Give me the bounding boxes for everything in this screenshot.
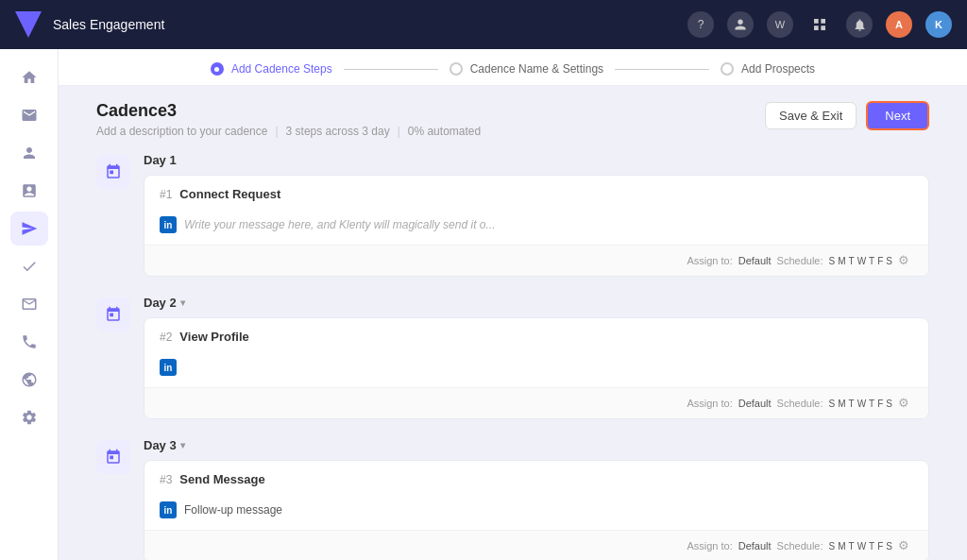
avatar-k[interactable]: K	[925, 11, 952, 38]
day-2-content: Day 2 ▾ #2 View Profile in Assign to:	[144, 296, 929, 419]
cadence-title: Cadence3	[96, 101, 481, 121]
nav-actions: ? W A K	[687, 11, 952, 38]
linkedin-icon-2: in	[160, 359, 177, 376]
logo-icon	[15, 11, 42, 38]
day-1-step-header: #1 Connect Request	[144, 176, 928, 209]
sidebar-item-contacts[interactable]	[10, 136, 48, 170]
cadence-automation: 0% automated	[408, 125, 481, 138]
sidebar	[0, 49, 59, 560]
day-3-step-header: #3 Send Message	[144, 461, 928, 494]
sched-m1: M	[838, 256, 845, 266]
sidebar-item-inbox[interactable]	[10, 98, 48, 132]
cadence-stats: 3 steps across 3 day	[286, 125, 390, 138]
separator-1: |	[275, 125, 278, 138]
step-circle-3	[721, 62, 734, 76]
linkedin-icon-1: in	[160, 216, 177, 233]
save-exit-button[interactable]: Save & Exit	[765, 102, 857, 129]
assign-to-value-3: Default	[738, 540, 772, 552]
top-navigation: Sales Engagement ? W A K	[0, 0, 967, 49]
cadence-actions: Save & Exit Next	[765, 101, 929, 130]
sched-s1: S	[829, 256, 836, 266]
sched-t2: T	[869, 256, 874, 266]
assign-to-value-1: Default	[738, 255, 772, 266]
step-label-3: Add Prospects	[741, 62, 815, 76]
day-1-label: Day 1	[144, 153, 929, 167]
user-icon[interactable]	[727, 11, 754, 38]
sidebar-item-tasks[interactable]	[10, 249, 48, 283]
day-1-step-body[interactable]: in Write your message here, and Klenty w…	[144, 209, 928, 245]
nav-brand: Sales Engagement	[15, 11, 164, 38]
schedule-label-2: Schedule:	[777, 398, 823, 409]
assign-to-label-1: Assign to:	[687, 255, 732, 266]
workspace-icon[interactable]: W	[767, 11, 793, 38]
schedule-label-1: Schedule:	[777, 255, 823, 266]
step-line-2	[615, 69, 709, 70]
step-circle-1	[211, 62, 224, 76]
step-label-1: Add Cadence Steps	[231, 62, 332, 76]
stepper: Add Cadence Steps Cadence Name & Setting…	[59, 49, 967, 86]
day-3-icon	[96, 440, 130, 474]
day-3-label: Day 3 ▾	[144, 438, 929, 452]
day-2-icon	[96, 297, 130, 331]
help-icon[interactable]: ?	[687, 11, 714, 38]
schedule-gear-3[interactable]: ⚙	[898, 538, 913, 553]
next-button[interactable]: Next	[866, 101, 929, 130]
day-3-chevron[interactable]: ▾	[180, 440, 185, 450]
cadence-description: Add a description to your cadence	[96, 125, 267, 138]
sidebar-item-calls[interactable]	[10, 325, 48, 359]
step-add-prospects: Add Prospects	[721, 62, 815, 76]
step-cadence-name: Cadence Name & Settings	[450, 62, 603, 76]
notifications-icon[interactable]	[846, 11, 873, 38]
day-3-message: Follow-up message	[184, 503, 282, 517]
day-2-chevron[interactable]: ▾	[180, 297, 185, 308]
sidebar-item-integrations[interactable]	[10, 363, 48, 397]
day-2-footer: Assign to: Default Schedule: S M T W T F…	[144, 387, 928, 418]
day-2-step-name: View Profile	[179, 330, 248, 344]
avatar-a[interactable]: A	[886, 11, 912, 38]
sched-t1: T	[849, 256, 855, 266]
day-3-content: Day 3 ▾ #3 Send Message in Follow-up mes…	[144, 438, 929, 560]
day-3-step-num: #3	[160, 473, 172, 486]
sched-s2: S	[886, 256, 892, 266]
main-layout: Add Cadence Steps Cadence Name & Setting…	[0, 49, 967, 560]
assign-to-label-2: Assign to:	[687, 398, 732, 409]
day-2-label: Day 2 ▾	[144, 296, 929, 310]
day-2-block: Day 2 ▾ #2 View Profile in Assign to:	[96, 296, 929, 419]
day-3-step-body[interactable]: in Follow-up message	[144, 494, 928, 530]
day-1-icon	[96, 155, 130, 189]
day-3-footer: Assign to: Default Schedule: S M T W T F…	[144, 530, 928, 560]
sidebar-item-email[interactable]	[10, 287, 48, 321]
day-1-content: Day 1 #1 Connect Request in Write your m…	[144, 153, 929, 277]
day-2-step-card: #2 View Profile in Assign to: Default Sc…	[144, 317, 929, 419]
day-2-step-body[interactable]: in	[144, 351, 928, 387]
cadence-info: Cadence3 Add a description to your caden…	[96, 101, 481, 138]
cadence-subtitle: Add a description to your cadence | 3 st…	[96, 125, 481, 138]
linkedin-icon-3: in	[160, 501, 177, 518]
step-circle-2	[450, 62, 463, 76]
step-line-1	[344, 69, 438, 70]
cadence-header: Cadence3 Add a description to your caden…	[96, 101, 929, 138]
page-body: Cadence3 Add a description to your caden…	[59, 86, 967, 560]
sidebar-item-settings[interactable]	[10, 400, 48, 434]
schedule-days-2: S M T W T F S	[829, 399, 892, 409]
day-1-step-name: Connect Request	[179, 187, 280, 201]
sched-f1: F	[877, 256, 883, 266]
schedule-label-3: Schedule:	[777, 540, 823, 552]
content-area: Add Cadence Steps Cadence Name & Setting…	[59, 49, 967, 560]
sched-w1: W	[857, 256, 866, 266]
day-1-block: Day 1 #1 Connect Request in Write your m…	[96, 153, 929, 277]
day-1-message: Write your message here, and Klenty will…	[184, 218, 495, 231]
sidebar-item-reports[interactable]	[10, 174, 48, 208]
grid-icon[interactable]	[806, 11, 833, 38]
day-3-step-card: #3 Send Message in Follow-up message Ass…	[144, 460, 929, 560]
assign-to-value-2: Default	[738, 398, 772, 409]
assign-to-label-3: Assign to:	[687, 540, 732, 552]
sidebar-item-home[interactable]	[10, 60, 48, 94]
day-3-block: Day 3 ▾ #3 Send Message in Follow-up mes…	[96, 438, 929, 560]
sidebar-item-cadence[interactable]	[10, 212, 48, 246]
schedule-days-1: S M T W T F S	[829, 256, 892, 266]
schedule-gear-1[interactable]: ⚙	[898, 253, 913, 268]
day-1-step-card: #1 Connect Request in Write your message…	[144, 175, 929, 277]
schedule-gear-2[interactable]: ⚙	[898, 396, 913, 411]
separator-2: |	[398, 125, 400, 138]
